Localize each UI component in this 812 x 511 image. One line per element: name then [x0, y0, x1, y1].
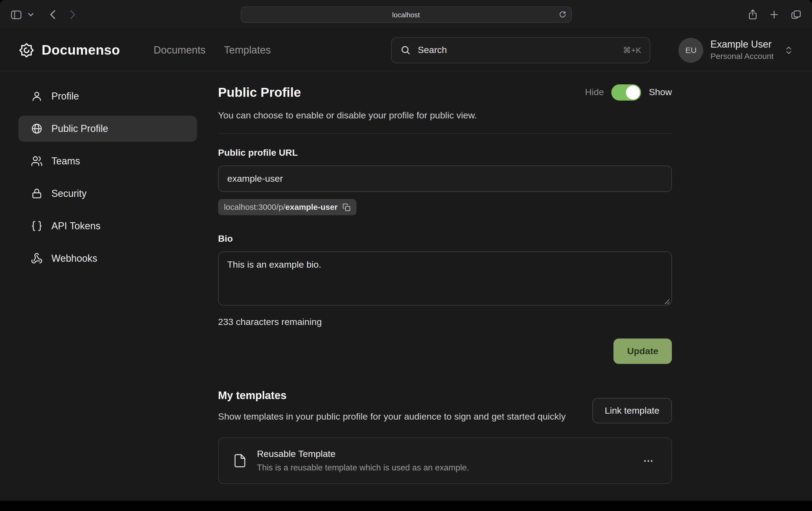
toggle-hide-label: Hide: [585, 87, 604, 98]
search-input[interactable]: Search ⌘+K: [392, 37, 650, 63]
sidebar-item-label: Public Profile: [51, 123, 108, 134]
sidebar-item-api-tokens[interactable]: API Tokens: [19, 213, 197, 239]
toggle-show-label: Show: [649, 87, 672, 98]
forward-icon[interactable]: [68, 7, 78, 22]
webhook-icon: [31, 252, 43, 264]
share-icon[interactable]: [746, 7, 759, 22]
documenso-logo-icon: [19, 42, 35, 58]
settings-layout: Profile Public Profile Teams: [0, 71, 812, 484]
search-icon: [401, 45, 411, 55]
toggle-knob: [626, 85, 640, 99]
bio-label: Bio: [218, 234, 672, 244]
search-shortcut: ⌘+K: [623, 45, 641, 55]
chevrons-up-down-icon: [784, 45, 793, 55]
profile-url-preview[interactable]: localhost:3000/p/example-user: [218, 199, 356, 215]
update-button[interactable]: Update: [614, 338, 672, 364]
tab-overview-icon[interactable]: [789, 7, 803, 22]
new-tab-icon[interactable]: [767, 8, 781, 21]
brand-name: Documenso: [42, 42, 120, 58]
address-bar[interactable]: localhost: [240, 6, 572, 23]
settings-sidebar: Profile Public Profile Teams: [19, 83, 197, 484]
braces-icon: [31, 220, 43, 232]
characters-remaining: 233 characters remaining: [218, 316, 672, 329]
bio-textarea[interactable]: This is an example bio.: [218, 251, 672, 305]
lock-icon: [31, 188, 43, 200]
profile-url-label: Public profile URL: [218, 148, 672, 158]
my-templates-title: My templates: [218, 388, 566, 402]
sidebar-item-public-profile[interactable]: Public Profile: [19, 116, 197, 142]
documenso-app: Documenso Documents Templates Search ⌘+K…: [0, 29, 812, 501]
url-prefix: localhost:3000/p/: [224, 202, 285, 211]
address-bar-url: localhost: [392, 10, 420, 19]
browser-right-controls: [746, 7, 803, 22]
account-name: Example User: [710, 38, 774, 51]
screen: localhost Documenso: [0, 0, 812, 511]
url-slug: example-user: [285, 202, 338, 211]
public-profile-panel: Public Profile Hide Show You can choose …: [218, 83, 672, 484]
browser-left-controls: [9, 7, 78, 22]
browser-toolbar: localhost: [0, 0, 812, 29]
sidebar-toggle-icon[interactable]: [9, 8, 24, 21]
sidebar-item-label: Teams: [51, 155, 80, 167]
top-nav: Documents Templates: [154, 44, 271, 56]
sidebar-chevron-down-icon[interactable]: [26, 11, 36, 19]
brand[interactable]: Documenso: [19, 42, 120, 58]
template-name: Reusable Template: [257, 448, 469, 460]
sidebar-item-label: API Tokens: [51, 220, 100, 232]
app-header: Documenso Documents Templates Search ⌘+K…: [0, 29, 812, 71]
template-row: Reusable Template This is a reusable tem…: [218, 438, 672, 484]
profile-url-input[interactable]: [218, 166, 672, 192]
page-title: Public Profile: [218, 84, 301, 100]
users-icon: [31, 155, 43, 167]
globe-icon: [31, 123, 43, 134]
link-template-button[interactable]: Link template: [592, 398, 672, 423]
sidebar-item-label: Webhooks: [51, 253, 97, 264]
back-icon[interactable]: [48, 7, 58, 22]
nav-documents[interactable]: Documents: [154, 44, 206, 56]
user-icon: [31, 90, 43, 102]
sidebar-item-label: Profile: [51, 91, 79, 102]
account-menu[interactable]: EU Example User Personal Account: [679, 37, 794, 62]
nav-templates[interactable]: Templates: [224, 44, 271, 56]
section-divider: [218, 133, 672, 133]
my-templates-description: Show templates in your public profile fo…: [218, 410, 566, 424]
sidebar-item-label: Security: [51, 188, 87, 199]
refresh-icon[interactable]: [558, 11, 566, 19]
template-description: This is a reusable template which is use…: [257, 462, 469, 473]
avatar-initials: EU: [686, 46, 697, 55]
avatar: EU: [679, 37, 703, 62]
template-options-icon[interactable]: [639, 452, 657, 470]
search-placeholder: Search: [418, 44, 447, 55]
sidebar-item-teams[interactable]: Teams: [19, 148, 197, 174]
sidebar-item-webhooks[interactable]: Webhooks: [19, 245, 197, 271]
page-subtitle: You can choose to enable or disable your…: [218, 109, 672, 122]
file-icon: [233, 452, 247, 469]
copy-icon[interactable]: [342, 203, 351, 211]
visibility-toggle-group: Hide Show: [585, 84, 672, 100]
sidebar-item-security[interactable]: Security: [19, 181, 197, 207]
profile-visibility-toggle[interactable]: [612, 84, 641, 100]
account-type: Personal Account: [710, 51, 774, 62]
sidebar-item-profile[interactable]: Profile: [19, 83, 197, 109]
